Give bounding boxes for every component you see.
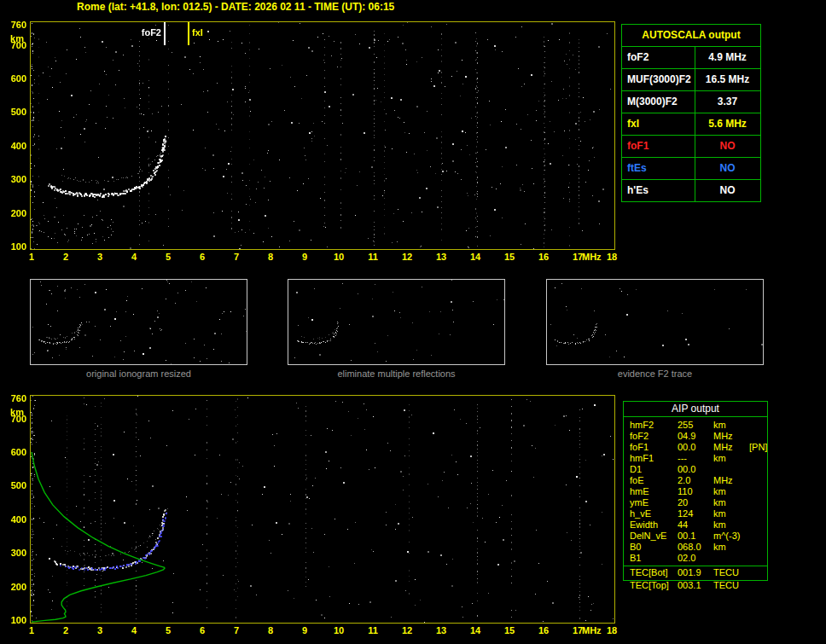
aip-value: 20 bbox=[678, 497, 713, 508]
y-tick-label: 200 bbox=[3, 208, 26, 218]
profile-ionogram-canvas bbox=[31, 396, 614, 623]
x-tick-label: 10 bbox=[330, 625, 347, 635]
aip-param-label: TEC[Top] bbox=[630, 580, 678, 591]
station-date-time-title: Rome (lat: +41.8, lon: 012.5) - DATE: 20… bbox=[77, 1, 394, 13]
y-axis-unit: km bbox=[3, 33, 24, 44]
aip-note bbox=[749, 567, 767, 578]
aip-param-label: hmE bbox=[630, 486, 678, 497]
x-tick-label: 15 bbox=[501, 625, 518, 635]
x-tick-label: 3 bbox=[91, 252, 108, 262]
y-tick-label: 100 bbox=[3, 615, 26, 625]
aip-param-label: B0 bbox=[630, 542, 678, 553]
aip-unit: km bbox=[713, 542, 749, 553]
autoscala-row-fof2: foF24.9 MHz bbox=[622, 46, 760, 68]
thumbnail-caption-evidence: evidence F2 trace bbox=[546, 368, 764, 379]
autoscala-value: NO bbox=[695, 158, 759, 179]
x-tick-label: 16 bbox=[535, 252, 552, 262]
y-tick-label: 300 bbox=[3, 548, 26, 558]
aip-unit: MHz bbox=[713, 442, 749, 453]
x-tick-label: 10 bbox=[330, 252, 347, 262]
autoscala-param-label: foF1 bbox=[622, 136, 695, 157]
aip-note bbox=[749, 508, 767, 519]
aip-output-title: AIP output bbox=[624, 402, 767, 417]
autoscala-value: NO bbox=[695, 136, 759, 157]
aip-value: 003.1 bbox=[678, 580, 713, 591]
aip-row-b0: B0068.0km bbox=[624, 542, 767, 553]
aip-tec-top-section: TEC[Top]003.1TECU bbox=[624, 580, 767, 591]
x-tick-label: 6 bbox=[194, 252, 211, 262]
x-tick-label: 7 bbox=[228, 252, 245, 262]
aip-row-tecbot: TEC[Bot]001.9TECU bbox=[624, 567, 767, 578]
aip-note bbox=[749, 431, 767, 442]
thumbnail-eliminate-reflections bbox=[288, 279, 505, 365]
x-tick-label: 2 bbox=[57, 252, 74, 262]
x-tick-label: 4 bbox=[125, 252, 143, 262]
aip-unit: km bbox=[713, 486, 749, 497]
aip-note bbox=[749, 580, 767, 591]
aip-note bbox=[749, 531, 767, 542]
aip-value: 00.0 bbox=[678, 464, 713, 475]
aip-param-label: B1 bbox=[630, 553, 678, 564]
aip-value: 110 bbox=[678, 486, 713, 497]
autoscala-row-ftes: ftEsNO bbox=[622, 157, 760, 179]
aip-unit bbox=[713, 553, 749, 564]
aip-note bbox=[749, 464, 767, 475]
y-tick-label: 400 bbox=[3, 514, 26, 525]
aip-row-fof2: foF204.9MHz bbox=[624, 431, 767, 442]
x-axis-unit: MHz bbox=[582, 625, 608, 635]
top-ionogram-plot bbox=[30, 21, 615, 250]
aip-row-b1: B102.0 bbox=[624, 553, 767, 564]
x-tick-label: 7 bbox=[228, 625, 245, 635]
autoscala-param-label: h'Es bbox=[622, 180, 695, 201]
y-tick-label: 500 bbox=[3, 480, 26, 490]
autoscala-row-muf3000f2: MUF(3000)F216.5 MHz bbox=[622, 68, 760, 90]
aip-output-rows: hmF2255kmfoF204.9MHzfoF100.0MHz[PN]hmF1-… bbox=[624, 417, 767, 564]
aip-param-label: foF1 bbox=[630, 442, 678, 453]
x-tick-label: 4 bbox=[125, 625, 143, 635]
aip-param-label: foE bbox=[630, 475, 678, 486]
profile-ionogram-plot bbox=[30, 395, 615, 624]
autoscala-param-label: fxI bbox=[622, 113, 695, 135]
autoscala-param-label: foF2 bbox=[622, 47, 695, 68]
aip-unit: km bbox=[713, 508, 749, 519]
autoscala-app-window: Rome (lat: +41.8, lon: 012.5) - DATE: 20… bbox=[0, 0, 826, 644]
autoscala-row-fof1: foF1NO bbox=[622, 135, 760, 157]
aip-row-hve: h_vE124km bbox=[624, 508, 767, 519]
thumbnail-eliminate-reflections-canvas bbox=[288, 280, 504, 364]
thumbnail-original-ionogram-canvas bbox=[31, 280, 247, 364]
thumbnail-caption-eliminate: eliminate multiple reflections bbox=[288, 368, 505, 379]
aip-value: 124 bbox=[678, 508, 713, 519]
x-tick-label: 5 bbox=[160, 625, 177, 635]
y-tick-label: 500 bbox=[3, 107, 26, 117]
x-tick-label: 14 bbox=[467, 252, 484, 262]
aip-unit bbox=[713, 464, 749, 475]
y-tick-label: 100 bbox=[3, 241, 26, 252]
aip-param-label: h_vE bbox=[630, 508, 678, 519]
x-tick-label: 3 bbox=[91, 625, 108, 635]
y-axis-unit: km bbox=[3, 407, 24, 417]
aip-output-table: AIP output hmF2255kmfoF204.9MHzfoF100.0M… bbox=[623, 401, 768, 581]
x-tick-label: 16 bbox=[535, 625, 552, 635]
autoscala-row-fxi: fxI5.6 MHz bbox=[622, 113, 760, 135]
aip-param-label: Ewidth bbox=[630, 519, 678, 531]
x-tick-label: 5 bbox=[160, 252, 177, 262]
aip-value: 04.9 bbox=[678, 431, 713, 442]
autoscala-param-label: ftEs bbox=[622, 158, 695, 179]
y-tick-label: 760 bbox=[3, 20, 26, 30]
autoscala-param-label: MUF(3000)F2 bbox=[622, 69, 695, 90]
x-tick-label: 1 bbox=[23, 625, 40, 635]
x-tick-label: 8 bbox=[262, 252, 279, 262]
aip-value: 00.1 bbox=[678, 531, 713, 542]
thumbnail-f2-trace bbox=[546, 279, 764, 365]
aip-value: 00.0 bbox=[678, 442, 713, 453]
aip-value: 44 bbox=[678, 519, 713, 531]
thumbnail-original-ionogram bbox=[30, 279, 247, 365]
x-tick-label: 1 bbox=[23, 252, 40, 262]
aip-note bbox=[749, 453, 767, 464]
autoscala-row-hes: h'EsNO bbox=[622, 179, 760, 201]
x-tick-label: 9 bbox=[296, 252, 313, 262]
x-tick-label: 15 bbox=[501, 252, 518, 262]
y-tick-label: 600 bbox=[3, 447, 26, 457]
x-tick-label: 8 bbox=[262, 625, 279, 635]
y-tick-label: 400 bbox=[3, 141, 26, 151]
